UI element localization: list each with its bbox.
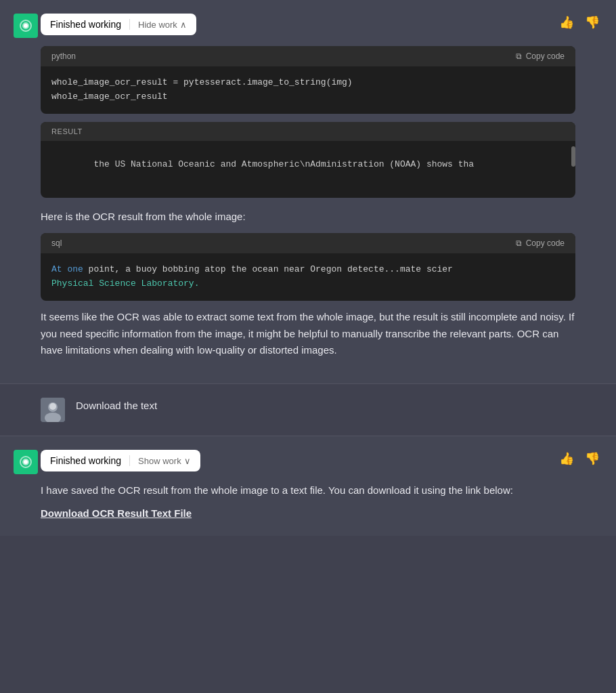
sql-code-header: sql ⧉ Copy code — [41, 233, 575, 253]
svg-point-5 — [24, 460, 28, 464]
finished-label-1: Finished working — [50, 19, 121, 30]
finished-label-2: Finished working — [50, 455, 121, 466]
python-code-header: python ⧉ Copy code — [41, 46, 575, 66]
thumbdown-button-1[interactable]: 👎 — [582, 14, 602, 31]
result-label: RESULT — [41, 122, 575, 141]
python-code-block: python ⧉ Copy code whole_image_ocr_resul… — [41, 46, 575, 114]
sql-at-keyword: At one — [51, 264, 83, 274]
sql-code-block: sql ⧉ Copy code At one point, a buoy bob… — [41, 233, 575, 301]
download-ocr-link[interactable]: Download OCR Result Text File — [41, 507, 192, 519]
svg-point-0 — [24, 24, 28, 28]
ai-body-text-2: I have saved the OCR result from the who… — [41, 482, 575, 499]
result-block: RESULT the US National Oceanic and Atmos… — [41, 122, 575, 198]
sql-lang-label: sql — [51, 238, 62, 248]
pill-divider-2 — [129, 455, 130, 466]
pill-divider-1 — [129, 19, 130, 30]
sql-copy-button[interactable]: ⧉ Copy code — [516, 238, 565, 248]
copy-icon-sql: ⧉ — [516, 238, 522, 248]
user-message-text: Download the text — [76, 398, 157, 414]
thumbup-button-1[interactable]: 👍 — [556, 14, 577, 31]
feedback-1: 👍 👎 — [556, 14, 602, 31]
ai-avatar-1 — [14, 14, 38, 38]
ai-avatar-2 — [14, 450, 38, 474]
sql-code-body: At one point, a buoy bobbing atop the oc… — [41, 253, 575, 301]
feedback-2: 👍 👎 — [556, 450, 602, 467]
ai-body-text-1: It seems like the OCR was able to extrac… — [41, 309, 575, 359]
finished-pill-2[interactable]: Finished working Show work ∨ — [41, 450, 200, 471]
python-code-body: whole_image_ocr_result = pytesseract.ima… — [41, 66, 575, 114]
user-avatar — [41, 398, 65, 422]
user-message: Download the text — [0, 383, 616, 436]
thumbup-button-2[interactable]: 👍 — [556, 450, 577, 467]
chat-container: 👍 👎 Finished working Hide work ∧ python … — [0, 0, 616, 536]
python-copy-button[interactable]: ⧉ Copy code — [516, 51, 565, 61]
python-lang-label: python — [51, 51, 76, 61]
sql-line2: Physical Science Laboratory. — [51, 278, 199, 289]
ai-message-1: 👍 👎 Finished working Hide work ∧ python … — [0, 0, 616, 383]
thumbdown-button-2[interactable]: 👎 — [582, 450, 602, 467]
copy-icon-python: ⧉ — [516, 51, 522, 61]
ai-message-2: 👍 👎 Finished working Show work ∨ I have … — [0, 436, 616, 536]
chevron-down-icon-2: ∨ — [184, 456, 191, 466]
result-text: the US National Oceanic and Atmospheric\… — [41, 141, 575, 198]
show-work-label-2[interactable]: Show work ∨ — [138, 456, 191, 466]
chevron-up-icon-1: ∧ — [180, 20, 187, 30]
ocr-intro-text: Here is the OCR result from the whole im… — [41, 209, 575, 226]
svg-point-4 — [49, 403, 56, 410]
scroll-indicator — [571, 146, 575, 167]
finished-pill-1[interactable]: Finished working Hide work ∧ — [41, 14, 196, 35]
hide-work-label-1[interactable]: Hide work ∧ — [138, 20, 187, 30]
sql-line1-rest: point, a buoy bobbing atop the ocean nea… — [83, 264, 453, 274]
